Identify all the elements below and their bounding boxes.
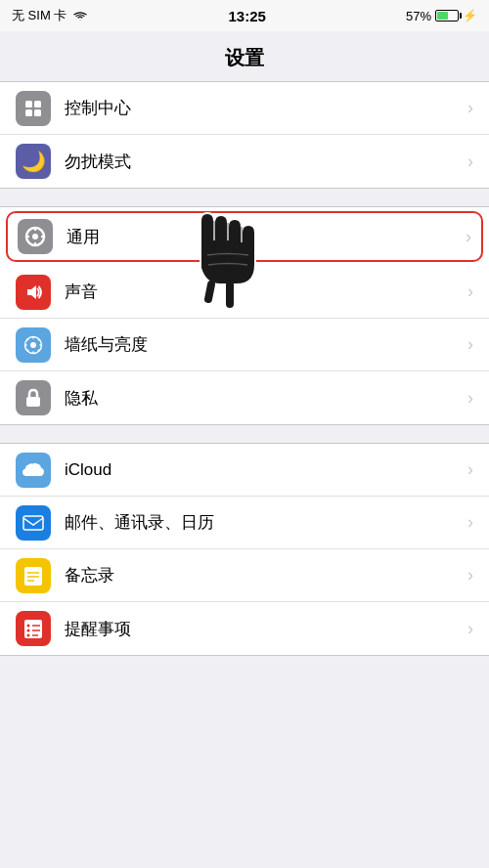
wifi-icon xyxy=(72,10,88,22)
dnd-chevron: › xyxy=(467,152,473,172)
wallpaper-label: 墙纸与亮度 xyxy=(65,333,464,356)
sounds-label: 声音 xyxy=(65,281,464,303)
mail-chevron: › xyxy=(467,512,473,533)
svg-rect-3 xyxy=(34,109,41,116)
svg-rect-22 xyxy=(23,516,43,530)
sounds-chevron: › xyxy=(467,282,473,302)
general-icon xyxy=(18,219,53,254)
notes-icon xyxy=(16,558,51,593)
control-center-icon xyxy=(16,91,51,126)
status-time: 13:25 xyxy=(228,8,265,24)
privacy-label: 隐私 xyxy=(65,387,464,410)
mail-icon xyxy=(16,505,51,541)
wallpaper-chevron: › xyxy=(467,334,473,355)
control-center-chevron: › xyxy=(467,98,473,118)
status-right: 57% ⚡ xyxy=(406,9,477,23)
battery-icon-container xyxy=(435,10,459,22)
settings-section: 控制中心 › 🌙 勿扰模式 › 通用 xyxy=(0,81,489,656)
page-title: 设置 xyxy=(0,31,489,81)
general-label: 通用 xyxy=(67,226,462,248)
svg-point-12 xyxy=(30,342,36,348)
svg-marker-10 xyxy=(27,285,36,299)
reminders-icon xyxy=(16,611,51,646)
notes-label: 备忘录 xyxy=(65,564,464,586)
icloud-icon xyxy=(16,453,51,488)
status-left: 无 SIM 卡 xyxy=(12,7,88,24)
svg-rect-2 xyxy=(25,109,32,116)
svg-line-19 xyxy=(38,338,39,339)
settings-row-dnd[interactable]: 🌙 勿扰模式 › xyxy=(0,135,489,188)
svg-rect-1 xyxy=(34,101,41,108)
svg-point-30 xyxy=(27,634,30,637)
notes-chevron: › xyxy=(467,565,473,586)
battery-icon xyxy=(435,10,459,22)
svg-line-17 xyxy=(27,338,28,339)
mail-label: 邮件、通讯录、日历 xyxy=(65,511,464,534)
svg-line-20 xyxy=(27,349,28,350)
general-chevron: › xyxy=(466,227,471,247)
settings-row-control-center[interactable]: 控制中心 › xyxy=(0,82,489,135)
settings-row-icloud[interactable]: iCloud › xyxy=(0,444,489,497)
svg-rect-0 xyxy=(25,101,32,108)
dnd-label: 勿扰模式 xyxy=(65,151,464,173)
settings-row-reminders[interactable]: 提醒事项 › xyxy=(0,602,489,655)
svg-point-28 xyxy=(27,625,30,628)
icloud-chevron: › xyxy=(467,459,473,480)
settings-row-wallpaper[interactable]: 墙纸与亮度 › xyxy=(0,319,489,371)
reminders-label: 提醒事项 xyxy=(65,618,464,640)
settings-row-mail[interactable]: 邮件、通讯录、日历 › xyxy=(0,497,489,549)
privacy-chevron: › xyxy=(467,388,473,409)
privacy-icon xyxy=(16,380,51,415)
settings-row-general[interactable]: 通用 › xyxy=(6,211,483,262)
dnd-icon: 🌙 xyxy=(16,144,51,179)
wallpaper-icon xyxy=(16,327,51,363)
settings-row-sounds[interactable]: 声音 › xyxy=(0,266,489,319)
icloud-label: iCloud xyxy=(65,460,464,480)
charge-icon: ⚡ xyxy=(463,9,477,22)
settings-group-1: 控制中心 › 🌙 勿扰模式 › xyxy=(0,81,489,189)
control-center-label: 控制中心 xyxy=(65,97,464,119)
battery-fill xyxy=(437,12,448,20)
svg-point-5 xyxy=(32,234,38,239)
battery-percent: 57% xyxy=(406,9,431,23)
status-bar: 无 SIM 卡 13:25 57% ⚡ xyxy=(0,0,489,31)
settings-row-privacy[interactable]: 隐私 › xyxy=(0,371,489,424)
svg-line-18 xyxy=(38,349,39,350)
sim-status: 无 SIM 卡 xyxy=(12,7,67,24)
reminders-chevron: › xyxy=(467,619,473,639)
svg-rect-21 xyxy=(26,397,40,407)
settings-group-2: 通用 › 声音 › xyxy=(0,206,489,425)
settings-row-notes[interactable]: 备忘录 › xyxy=(0,549,489,602)
sounds-icon xyxy=(16,275,51,310)
settings-group-3: iCloud › 邮件、通讯录、日历 › 备忘录 xyxy=(0,443,489,656)
svg-point-29 xyxy=(27,629,30,632)
